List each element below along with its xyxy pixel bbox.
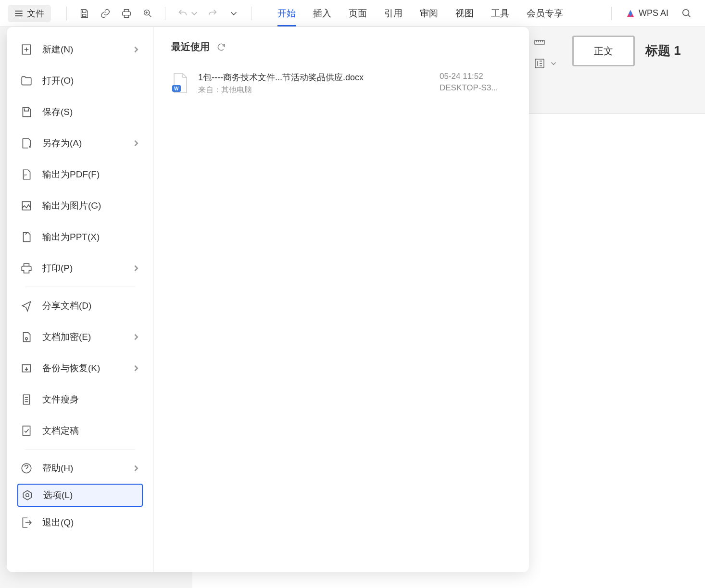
tab-review[interactable]: 审阅 xyxy=(420,0,438,26)
recent-title: 最近使用 xyxy=(171,40,210,53)
recent-header: 最近使用 xyxy=(171,40,512,53)
ppt-icon xyxy=(20,231,33,243)
tab-reference[interactable]: 引用 xyxy=(384,0,403,26)
save-icon[interactable] xyxy=(78,8,90,19)
menu-icon xyxy=(14,9,23,18)
menu-export-image[interactable]: 输出为图片(G) xyxy=(7,190,153,221)
print-preview-icon[interactable] xyxy=(142,8,153,19)
menu-finalize-label: 文档定稿 xyxy=(42,425,140,437)
tab-page[interactable]: 页面 xyxy=(349,0,367,26)
menu-save-label: 保存(S) xyxy=(42,106,140,118)
menu-save[interactable]: 保存(S) xyxy=(7,96,153,127)
print-icon xyxy=(20,262,33,275)
menu-backup-label: 备份与恢复(K) xyxy=(42,362,132,375)
file-menu-label: 文件 xyxy=(27,8,44,19)
tab-tools[interactable]: 工具 xyxy=(491,0,509,26)
style-body-text-label: 正文 xyxy=(594,45,613,58)
menu-new[interactable]: 新建(N) xyxy=(7,34,153,65)
menu-share[interactable]: 分享文档(D) xyxy=(7,290,153,321)
chevron-right-icon xyxy=(132,464,140,472)
main-area: 正文 标题 1 新建(N) 打开(O) 保存(S) 另存为( xyxy=(0,27,705,588)
text-direction-icon[interactable] xyxy=(534,58,545,69)
wps-ai-button[interactable]: WPS AI xyxy=(626,8,668,18)
svg-point-1 xyxy=(683,9,689,15)
menu-finalize[interactable]: 文档定稿 xyxy=(7,415,153,446)
doc-time: 05-24 11:52 xyxy=(440,72,512,81)
backup-icon xyxy=(20,362,33,375)
doc-source: 来自：其他电脑 xyxy=(198,85,431,95)
menu-print[interactable]: 打印(P) xyxy=(7,252,153,284)
menu-exit-label: 退出(Q) xyxy=(42,516,140,529)
menu-backup[interactable]: 备份与恢复(K) xyxy=(7,352,153,384)
chevron-right-icon xyxy=(132,364,140,372)
file-menu-panel: 新建(N) 打开(O) 保存(S) 另存为(A) P 输出为P xyxy=(7,27,529,572)
style-body-text[interactable]: 正文 xyxy=(572,36,635,66)
menu-open[interactable]: 打开(O) xyxy=(7,65,153,96)
svg-point-7 xyxy=(25,338,27,339)
menu-slim[interactable]: 文件瘦身 xyxy=(7,384,153,415)
menu-export-pdf[interactable]: P 输出为PDF(F) xyxy=(7,159,153,190)
tab-view[interactable]: 视图 xyxy=(455,0,474,26)
style-heading-1[interactable]: 标题 1 xyxy=(645,42,681,59)
menu-help-label: 帮助(H) xyxy=(42,462,132,475)
menu-exit[interactable]: 退出(Q) xyxy=(7,507,153,538)
menu-save-as[interactable]: 另存为(A) xyxy=(7,127,153,159)
menu-share-label: 分享文档(D) xyxy=(42,300,140,312)
menu-encrypt[interactable]: 文档加密(E) xyxy=(7,321,153,352)
undo-dropdown[interactable] xyxy=(190,10,198,17)
side-controls xyxy=(534,37,557,69)
tab-member[interactable]: 会员专享 xyxy=(527,0,563,26)
menu-export-pdf-label: 输出为PDF(F) xyxy=(42,168,140,181)
menu-slim-label: 文件瘦身 xyxy=(42,393,140,406)
menu-export-image-label: 输出为图片(G) xyxy=(42,200,140,212)
svg-text:W: W xyxy=(174,86,179,91)
print-icon[interactable] xyxy=(121,8,132,19)
options-icon xyxy=(21,489,34,501)
doc-info: 1包----商务技术文件...节活动奖品供应.docx 来自：其他电脑 xyxy=(198,72,431,95)
link-icon[interactable] xyxy=(100,8,111,19)
svg-point-13 xyxy=(26,494,29,497)
menu-options-label: 选项(L) xyxy=(43,489,139,501)
menu-new-label: 新建(N) xyxy=(42,43,132,56)
menu-encrypt-label: 文档加密(E) xyxy=(42,331,132,343)
recent-file-item[interactable]: W 1包----商务技术文件...节活动奖品供应.docx 来自：其他电脑 05… xyxy=(171,67,512,100)
doc-name: 1包----商务技术文件...节活动奖品供应.docx xyxy=(198,72,431,83)
tab-start[interactable]: 开始 xyxy=(277,0,296,26)
chevron-right-icon xyxy=(132,264,140,272)
save-icon xyxy=(20,106,33,118)
svg-rect-10 xyxy=(23,426,30,436)
menu-separator xyxy=(25,449,135,450)
save-as-icon xyxy=(20,137,33,150)
toolbar: 文件 开始 插入 页面 引用 审阅 视图 工具 会员专享 WPS AI xyxy=(0,0,705,27)
refresh-icon[interactable] xyxy=(216,42,226,52)
svg-marker-12 xyxy=(23,490,31,500)
wps-ai-label: WPS AI xyxy=(639,8,668,18)
open-icon xyxy=(20,75,33,87)
dropdown-icon[interactable] xyxy=(550,60,557,67)
redo-icon[interactable] xyxy=(207,8,218,19)
tab-insert[interactable]: 插入 xyxy=(313,0,331,26)
file-menu-content: 最近使用 W 1包----商务技术文件...节活动奖品供应.docx 来自：其他… xyxy=(154,27,529,572)
doc-meta: 05-24 11:52 DESKTOP-S3... xyxy=(440,72,512,93)
share-icon xyxy=(20,300,33,312)
menu-export-ppt-label: 输出为PPT(X) xyxy=(42,231,140,243)
svg-text:P: P xyxy=(25,173,27,177)
new-icon xyxy=(20,43,33,56)
menu-options[interactable]: 选项(L) xyxy=(17,484,143,507)
toolbar-right: WPS AI xyxy=(604,7,697,20)
menu-help[interactable]: 帮助(H) xyxy=(7,452,153,484)
image-icon xyxy=(20,200,33,212)
docx-icon: W xyxy=(171,73,189,94)
chevron-right-icon xyxy=(132,46,140,53)
more-dropdown-icon[interactable] xyxy=(228,8,239,19)
undo-icon[interactable] xyxy=(177,8,189,19)
search-icon[interactable] xyxy=(681,8,692,19)
encrypt-icon xyxy=(20,331,33,343)
file-menu-sidebar: 新建(N) 打开(O) 保存(S) 另存为(A) P 输出为P xyxy=(7,27,154,572)
file-menu-button[interactable]: 文件 xyxy=(8,5,51,22)
ruler-icon[interactable] xyxy=(534,37,545,48)
finalize-icon xyxy=(20,425,33,437)
menu-export-ppt[interactable]: 输出为PPT(X) xyxy=(7,221,153,252)
menu-save-as-label: 另存为(A) xyxy=(42,137,132,150)
exit-icon xyxy=(20,516,33,529)
